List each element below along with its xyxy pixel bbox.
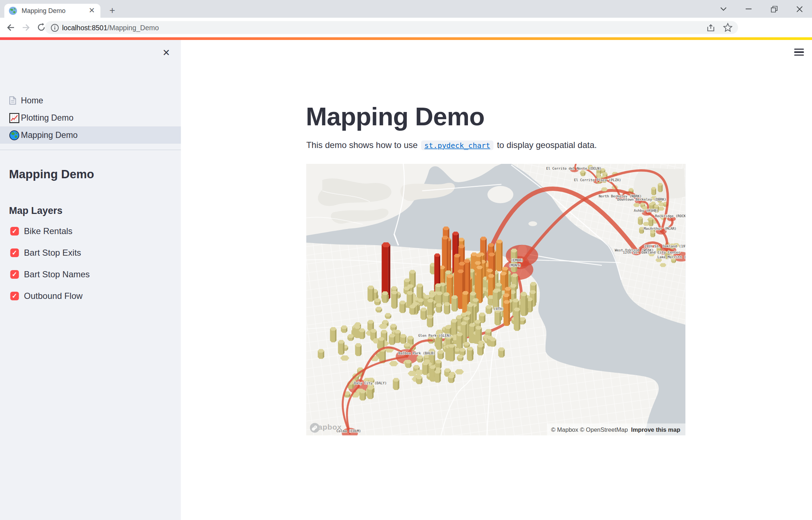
map-hex-bar: [330, 327, 337, 342]
tab-close-icon[interactable]: ✕: [87, 6, 96, 15]
map-hex-bar: [355, 343, 362, 356]
map-hex-bar: [391, 291, 398, 309]
map-hex-bar: [452, 295, 458, 311]
map-hex-bar: [410, 305, 416, 314]
map-hex-bar: [496, 239, 503, 271]
pydeck-chart-link[interactable]: st.pydeck_chart: [421, 140, 493, 150]
map-hex-bar: [389, 333, 396, 345]
map-station-label: Ashby (ASHB): [634, 209, 658, 212]
window-chevron-icon[interactable]: [710, 0, 736, 18]
url-text: localhost:8501/Mapping_Demo: [62, 23, 159, 32]
map-hex-bar: [400, 300, 406, 313]
site-info-icon[interactable]: [51, 23, 59, 32]
checkbox-outbound-flow[interactable]: ✓ Outbound Flow: [10, 291, 19, 301]
tab-title: Mapping Demo: [22, 7, 87, 15]
page-title: Mapping Demo: [306, 102, 484, 131]
map-hex-bar: [348, 334, 354, 341]
map-hex-bar: [477, 344, 484, 355]
map-station-label: (MONT): [509, 263, 521, 267]
checkbox-checked: ✓: [10, 270, 19, 279]
map-hex-bar: [367, 386, 374, 399]
map-hex-bar: [318, 349, 324, 359]
map-hex-bar: [416, 375, 423, 384]
map-hex-bar: [417, 355, 423, 362]
map-station-label: Lake Merritt (LAKE): [658, 255, 686, 259]
map-hex-bar: [385, 313, 392, 319]
improve-this-map-link[interactable]: Improve this map: [631, 426, 680, 432]
checkbox-checked: ✓: [10, 248, 19, 257]
new-tab-button[interactable]: +: [105, 3, 120, 18]
map-hex-bar: [638, 216, 643, 225]
browser-window: Mapping Demo ✕ + localhost:8501/Mapping_…: [0, 0, 812, 520]
map-hex-bar: [422, 362, 429, 375]
forward-icon[interactable]: [18, 20, 33, 35]
map-station-label: MacArthur (MCAR): [644, 226, 677, 230]
map-hex-bar: [420, 308, 427, 320]
map-hex-bar: [521, 292, 527, 316]
checkbox-checked: ✓: [10, 227, 19, 236]
share-icon[interactable]: [706, 23, 716, 32]
map-hex-bar: [504, 300, 510, 326]
tab-favicon-globe-icon: [9, 6, 17, 15]
pydeck-map[interactable]: El Cerrito del Norte (DELN)El Cerrito Pl…: [306, 163, 686, 435]
browser-toolbar: localhost:8501/Mapping_Demo: [0, 18, 812, 37]
checkbox-bike-rentals[interactable]: ✓ Bike Rentals: [10, 226, 19, 237]
tab-strip: Mapping Demo ✕ +: [0, 0, 812, 18]
map-station-label: Downtown Berkeley (DBRK): [617, 197, 666, 201]
window-restore-icon[interactable]: [761, 0, 787, 18]
map-hex-bar: [658, 183, 663, 192]
checkbox-checked: ✓: [10, 292, 19, 300]
map-station-label: (EMBR): [511, 258, 523, 262]
map-hex-bar: [434, 369, 441, 382]
map-hex-bar: [427, 315, 433, 327]
window-close-icon[interactable]: [787, 0, 812, 18]
chart-icon: [9, 113, 19, 123]
checkbox-bart-stop-exits[interactable]: ✓ Bart Stop Exits: [10, 247, 19, 258]
map-attribution: © Mapbox © OpenStreetMap Improve this ma…: [547, 423, 686, 435]
map-hex-bar: [490, 337, 496, 346]
map-hex-bar: [495, 309, 501, 325]
address-bar[interactable]: localhost:8501/Mapping_Demo: [45, 21, 738, 34]
browser-tab[interactable]: Mapping Demo ✕: [4, 4, 100, 18]
map-hex-bar: [382, 291, 388, 303]
map-hex-bar: [341, 325, 348, 333]
map-hex-bar: [581, 170, 585, 176]
app-page: ✕ Home Plotting Demo: [0, 37, 812, 520]
page-icon: [9, 96, 16, 105]
map-station-label: 12th St. Oakland City Center: [623, 250, 680, 254]
page-description: This demo shows how to use st.pydeck_cha…: [306, 140, 597, 150]
map-hex-bar: [459, 348, 466, 355]
app-menu-icon[interactable]: [794, 49, 804, 56]
map-station-label: El Cerrito Plaza (PLZA): [574, 178, 621, 181]
map-hex-bar: [400, 334, 407, 344]
mapbox-logo[interactable]: mapbox: [310, 422, 342, 431]
map-hex-bar: [448, 344, 455, 361]
map-hex-bar: [451, 319, 457, 336]
map-station-label: 19th St. Oakland (19TH): [644, 244, 686, 248]
sidebar-title: Mapping Demo: [9, 167, 94, 181]
map-hex-bar: [436, 303, 442, 313]
map-hex-bar: [486, 305, 492, 314]
back-icon[interactable]: [3, 20, 18, 35]
sidebar-item-plotting-demo[interactable]: Plotting Demo: [0, 109, 181, 126]
bookmark-star-icon[interactable]: [723, 23, 733, 32]
checkbox-bart-stop-names[interactable]: ✓ Bart Stop Names: [10, 269, 19, 280]
attribution-text[interactable]: © Mapbox © OpenStreetMap: [551, 426, 628, 432]
map-hex-bar: [360, 390, 366, 400]
sidebar-item-home[interactable]: Home: [0, 92, 181, 109]
map-hex-bar: [438, 350, 444, 359]
sidebar-close-icon[interactable]: ✕: [160, 46, 173, 59]
map-hex-bar: [650, 231, 655, 237]
map-station-label: Glen Park (GLEN): [418, 333, 451, 337]
map-hex-bar: [393, 378, 400, 390]
map-hex-bar: [444, 302, 450, 314]
map-hex-bar: [338, 340, 345, 354]
map-station-label: Rockridge (ROCK): [655, 214, 686, 218]
map-hex-bar: [368, 285, 374, 301]
sidebar-item-mapping-demo[interactable]: Mapping Demo: [0, 126, 181, 144]
map-hex-bar: [374, 298, 381, 305]
window-minimize-icon[interactable]: [736, 0, 762, 18]
map-station-label: (4TH): [494, 307, 504, 311]
map-hex-bar: [514, 308, 520, 331]
map-hex-bar: [376, 306, 382, 312]
